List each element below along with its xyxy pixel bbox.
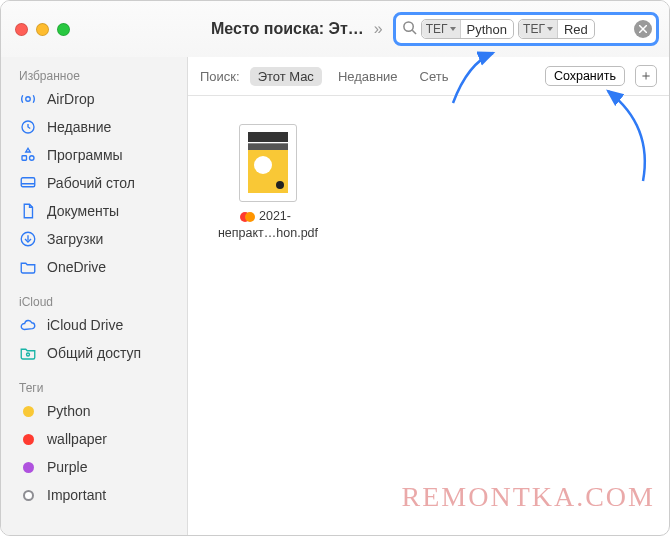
sidebar-item-label: Рабочий стол: [47, 175, 135, 191]
traffic-lights: [15, 23, 70, 36]
sidebar-tag-purple[interactable]: Purple: [1, 453, 187, 481]
sidebar-item-label: Недавние: [47, 119, 111, 135]
shared-folder-icon: [19, 344, 37, 362]
cloud-icon: [19, 316, 37, 334]
search-field[interactable]: ТЕГ Python ТЕГ Red: [393, 12, 659, 46]
sidebar-item-label: Документы: [47, 203, 119, 219]
tag-dot-icon: [23, 490, 34, 501]
sidebar-item-label: AirDrop: [47, 91, 94, 107]
tag-prefix: ТЕГ: [422, 20, 461, 38]
sidebar-item-documents[interactable]: Документы: [1, 197, 187, 225]
sidebar-tag-wallpaper[interactable]: wallpaper: [1, 425, 187, 453]
airdrop-icon: [19, 90, 37, 108]
sidebar-item-icloud-drive[interactable]: iCloud Drive: [1, 311, 187, 339]
folder-icon: [19, 258, 37, 276]
sidebar-tag-python[interactable]: Python: [1, 397, 187, 425]
file-name: 2021- непракт…hon.pdf: [208, 208, 328, 242]
search-icon: [402, 20, 417, 38]
tag-value: Python: [461, 22, 513, 37]
svg-line-1: [412, 30, 416, 34]
scope-label: Поиск:: [200, 69, 240, 84]
sidebar-item-onedrive[interactable]: OneDrive: [1, 253, 187, 281]
search-scope-bar: Поиск: Этот Mac Недавние Сеть Сохранить …: [188, 57, 669, 96]
file-grid[interactable]: 2021- непракт…hon.pdf: [188, 96, 669, 535]
tag-dot-icon: [23, 434, 34, 445]
sidebar-item-label: iCloud Drive: [47, 317, 123, 333]
sidebar-item-shared[interactable]: Общий доступ: [1, 339, 187, 367]
svg-rect-8: [21, 178, 35, 187]
sidebar-item-label: OneDrive: [47, 259, 106, 275]
desktop-icon: [19, 174, 37, 192]
sidebar-item-airdrop[interactable]: AirDrop: [1, 85, 187, 113]
svg-point-7: [30, 156, 35, 161]
zoom-button[interactable]: [57, 23, 70, 36]
file-item[interactable]: 2021- непракт…hon.pdf: [208, 124, 328, 242]
scope-this-mac[interactable]: Этот Mac: [250, 67, 322, 86]
tag-dot-icon: [23, 462, 34, 473]
sidebar-item-label: Общий доступ: [47, 345, 141, 361]
sidebar-tag-important[interactable]: Important: [1, 481, 187, 509]
scope-recents[interactable]: Недавние: [332, 67, 404, 86]
tag-dot-icon: [23, 406, 34, 417]
finder-window: Место поиска: Эт… » ТЕГ Python ТЕГ Red: [0, 0, 670, 536]
tag-prefix: ТЕГ: [519, 20, 558, 38]
search-token-red[interactable]: ТЕГ Red: [518, 19, 595, 39]
sidebar-item-label: Important: [47, 487, 106, 503]
sidebar-item-label: Загрузки: [47, 231, 103, 247]
sidebar-section-icloud: iCloud: [1, 289, 187, 311]
sidebar-item-desktop[interactable]: Рабочий стол: [1, 169, 187, 197]
sidebar-item-label: wallpaper: [47, 431, 107, 447]
clock-icon: [19, 118, 37, 136]
svg-point-4: [26, 97, 31, 102]
titlebar: Место поиска: Эт… » ТЕГ Python ТЕГ Red: [1, 1, 669, 57]
doc-icon: [19, 202, 37, 220]
file-thumbnail: [239, 124, 297, 202]
sidebar-section-favorites: Избранное: [1, 63, 187, 85]
save-search-button[interactable]: Сохранить: [545, 66, 625, 86]
close-button[interactable]: [15, 23, 28, 36]
watermark: REMONTKA.COM: [402, 481, 655, 513]
download-icon: [19, 230, 37, 248]
add-criteria-button[interactable]: ＋: [635, 65, 657, 87]
svg-point-0: [404, 22, 413, 31]
window-title: Место поиска: Эт…: [211, 20, 364, 38]
clear-search-button[interactable]: [634, 20, 652, 38]
sidebar-item-applications[interactable]: Программы: [1, 141, 187, 169]
search-token-python[interactable]: ТЕГ Python: [421, 19, 514, 39]
main-content: Поиск: Этот Mac Недавние Сеть Сохранить …: [187, 57, 669, 535]
sidebar-item-label: Python: [47, 403, 91, 419]
apps-icon: [19, 146, 37, 164]
sidebar-item-label: Purple: [47, 459, 87, 475]
sidebar-item-downloads[interactable]: Загрузки: [1, 225, 187, 253]
tag-value: Red: [558, 22, 594, 37]
sidebar-item-recents[interactable]: Недавние: [1, 113, 187, 141]
minimize-button[interactable]: [36, 23, 49, 36]
file-tag-dot-icon: [245, 212, 255, 222]
more-icon[interactable]: »: [370, 20, 387, 38]
scope-network[interactable]: Сеть: [414, 67, 455, 86]
sidebar: Избранное AirDrop Недавние Программы Раб…: [1, 57, 187, 535]
annotation-arrow: [588, 86, 658, 190]
svg-rect-6: [22, 156, 27, 161]
svg-point-10: [27, 353, 30, 356]
sidebar-item-label: Программы: [47, 147, 123, 163]
sidebar-section-tags: Теги: [1, 375, 187, 397]
window-body: Избранное AirDrop Недавние Программы Раб…: [1, 57, 669, 535]
